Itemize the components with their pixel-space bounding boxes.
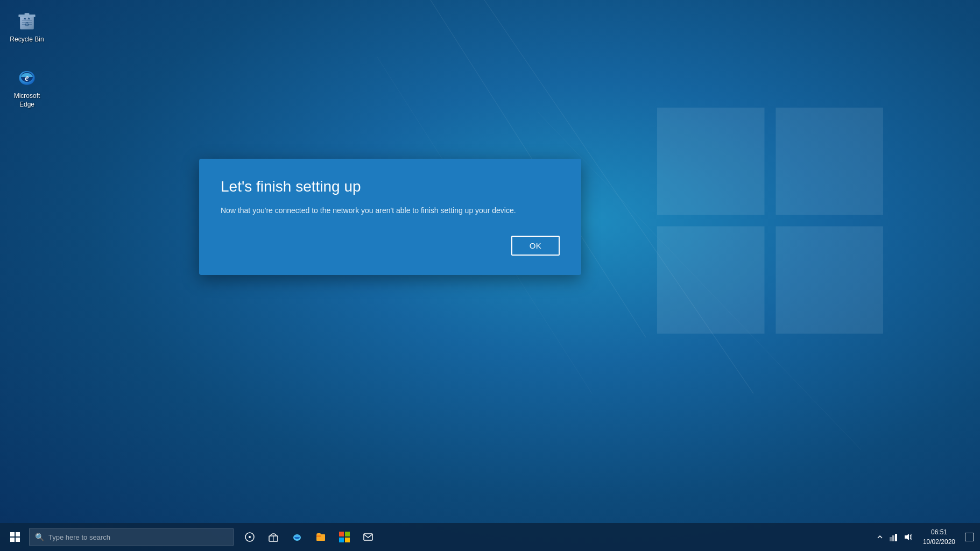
ok-button[interactable]: OK (511, 236, 560, 256)
mail-icon (363, 532, 373, 542)
svg-rect-28 (316, 534, 325, 541)
chevron-up-icon (877, 534, 883, 540)
svg-rect-29 (316, 535, 321, 537)
task-view-button[interactable] (238, 523, 262, 551)
taskbar-clock[interactable]: 06:51 10/02/2020 (918, 523, 961, 551)
search-input[interactable] (48, 533, 228, 541)
svg-rect-37 (895, 534, 897, 541)
recycle-bin-icon[interactable]: ♻ Recycle Bin (5, 5, 48, 46)
svg-rect-34 (364, 534, 372, 540)
edge-label: Microsoft Edge (8, 92, 46, 109)
clock-time: 06:51 (931, 527, 947, 537)
ms-store-button[interactable] (333, 523, 356, 551)
svg-marker-38 (905, 534, 909, 540)
svg-rect-21 (16, 538, 20, 542)
svg-rect-32 (339, 538, 344, 542)
desktop: ♻ Recycle Bin e Microsoft E (0, 0, 980, 551)
volume-icon-button[interactable] (901, 523, 914, 551)
file-explorer-icon (316, 532, 326, 542)
start-button[interactable] (2, 523, 28, 551)
start-icon (10, 532, 20, 542)
dialog-footer: OK (221, 236, 560, 256)
svg-rect-31 (345, 532, 350, 536)
notification-center-button[interactable] (961, 523, 978, 551)
edge-image: e (14, 64, 40, 90)
system-tray: 06:51 10/02/2020 (870, 523, 978, 551)
svg-text:e: e (25, 73, 29, 83)
task-view-icon (245, 532, 255, 542)
svg-rect-36 (892, 535, 894, 541)
taskbar-pinned-icons (238, 523, 380, 551)
edge-taskbar-button[interactable] (285, 523, 309, 551)
sys-tray-icons (870, 523, 918, 551)
svg-point-23 (249, 536, 251, 538)
svg-rect-19 (16, 532, 20, 536)
svg-rect-33 (345, 538, 350, 542)
recycle-bin-image: ♻ (14, 8, 40, 33)
svg-text:♻: ♻ (24, 21, 30, 27)
edge-taskbar-icon (292, 532, 302, 542)
bg-decoration (0, 0, 980, 551)
svg-line-6 (538, 112, 861, 450)
volume-icon (904, 533, 912, 541)
microsoft-edge-icon[interactable]: e Microsoft Edge (5, 62, 48, 111)
taskbar-search-bar[interactable]: 🔍 (29, 528, 234, 546)
file-explorer-button[interactable] (309, 523, 333, 551)
store-icon (269, 532, 278, 542)
store-button[interactable] (262, 523, 285, 551)
finish-setup-dialog: Let's finish setting up Now that you're … (199, 159, 581, 275)
svg-rect-35 (890, 537, 892, 541)
svg-rect-30 (339, 532, 344, 536)
show-hidden-icons-button[interactable] (873, 523, 886, 551)
svg-rect-39 (965, 533, 974, 541)
recycle-bin-label: Recycle Bin (10, 36, 44, 44)
svg-rect-10 (24, 13, 29, 15)
search-icon: 🔍 (35, 533, 44, 541)
svg-rect-20 (10, 538, 15, 542)
dialog-title: Let's finish setting up (221, 178, 560, 195)
clock-date: 10/02/2020 (923, 537, 955, 547)
taskbar: 🔍 (0, 523, 980, 551)
svg-rect-18 (10, 532, 15, 536)
ms-store-icon (339, 532, 350, 542)
dialog-body: Now that you're connected to the network… (221, 205, 560, 216)
notification-icon (965, 533, 974, 541)
network-icon (890, 533, 898, 541)
mail-button[interactable] (356, 523, 380, 551)
network-icon-button[interactable] (887, 523, 900, 551)
